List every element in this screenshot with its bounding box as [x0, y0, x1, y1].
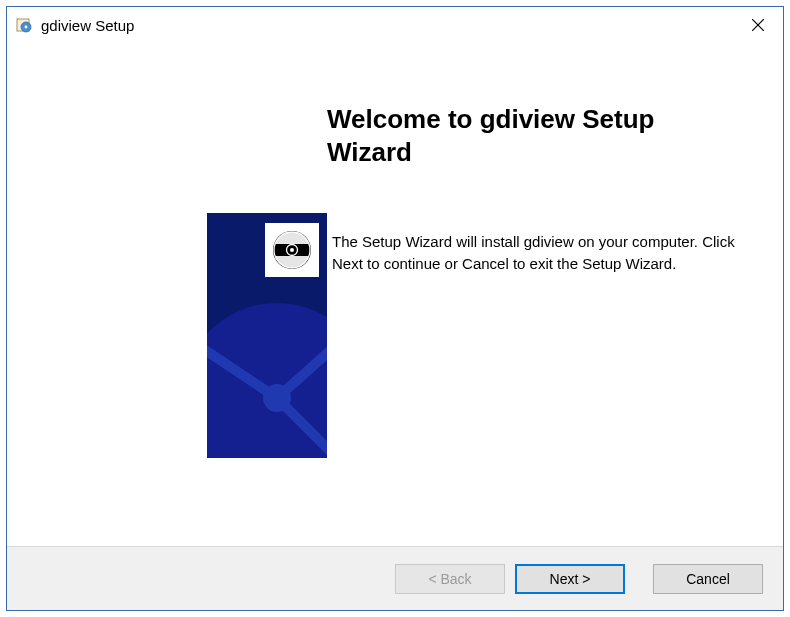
cancel-button[interactable]: Cancel [653, 564, 763, 594]
footer: < Back Next > Cancel [7, 546, 783, 610]
wizard-side-panel [207, 213, 327, 458]
svg-point-13 [263, 384, 291, 412]
titlebar: gdiview Setup [7, 7, 783, 43]
svg-point-6 [25, 26, 28, 29]
panel-background-shape [207, 298, 327, 458]
installer-icon [15, 16, 33, 34]
back-button: < Back [395, 564, 505, 594]
close-button[interactable] [733, 7, 783, 43]
cd-icon [265, 223, 319, 277]
wizard-body-text: The Setup Wizard will install gdiview on… [332, 231, 743, 275]
svg-point-17 [290, 248, 294, 252]
next-button[interactable]: Next > [515, 564, 625, 594]
content-area: Welcome to gdiview Setup Wizard [7, 43, 783, 546]
window-title: gdiview Setup [41, 17, 733, 34]
setup-window: gdiview Setup Welcome to gdiview Setup W… [6, 6, 784, 611]
wizard-heading: Welcome to gdiview Setup Wizard [327, 103, 743, 168]
